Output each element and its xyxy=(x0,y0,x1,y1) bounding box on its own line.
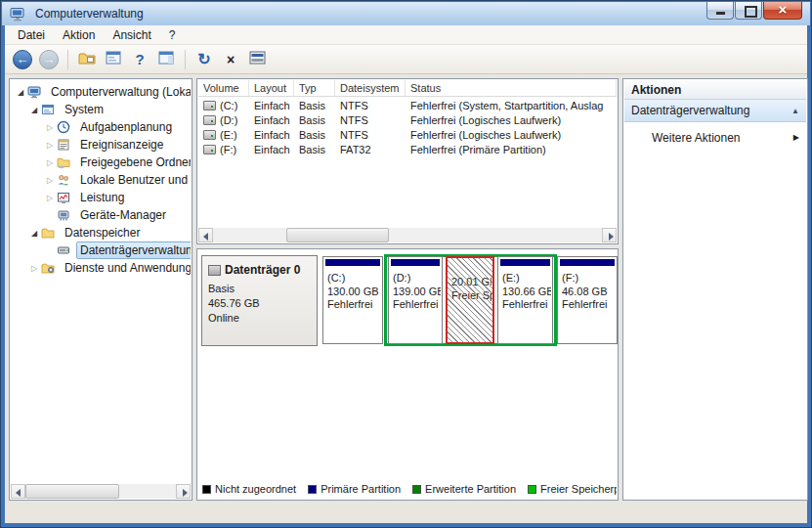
task-scheduler-icon xyxy=(57,120,72,134)
expand-icon[interactable]: ▷ xyxy=(44,176,56,185)
expand-icon[interactable]: ▷ xyxy=(28,264,40,273)
scrollbar-thumb[interactable] xyxy=(25,484,119,499)
disk-view-button[interactable] xyxy=(245,48,269,71)
column-dateisystem[interactable]: Dateisystem xyxy=(335,80,406,96)
menu-ansicht[interactable]: Ansicht xyxy=(104,25,159,45)
volume-list-horizontal-scrollbar[interactable] xyxy=(198,228,617,242)
partition-status: Fehlerfrei xyxy=(327,298,381,312)
scroll-left-button[interactable] xyxy=(11,484,25,499)
volume-layout: Einfach xyxy=(249,129,294,141)
tree-item-leistung[interactable]: ▷ Leistung xyxy=(11,189,191,206)
tree-item-geraete-manager[interactable]: Geräte-Manager xyxy=(11,206,191,224)
expand-icon[interactable]: ◢ xyxy=(28,106,40,114)
maximize-button[interactable] xyxy=(735,2,762,20)
tree-item-freigegebene-ordner[interactable]: ▷ Freigegebene Ordner xyxy=(11,154,191,171)
app-icon xyxy=(10,7,25,22)
free-space-selected[interactable]: 20.01 GB Freier Speicherplatz xyxy=(446,256,494,344)
actions-weitere-aktionen[interactable]: Weitere Aktionen ▶ xyxy=(624,127,806,149)
tree-item-datentraegerverwaltung[interactable]: Datenträgerverwaltung xyxy=(11,242,191,259)
expand-icon[interactable]: ◢ xyxy=(28,229,40,238)
tree-item-dienste-und-anwendungen[interactable]: ▷ Dienste und Anwendungen xyxy=(11,259,191,277)
scroll-right-button[interactable] xyxy=(602,228,617,242)
disk-0-info-box[interactable]: Datenträger 0 Basis 465.76 GB Online xyxy=(201,255,318,346)
device-manager-icon xyxy=(57,208,72,222)
properties-window-icon xyxy=(106,51,121,67)
column-layout[interactable]: Layout xyxy=(249,80,294,96)
partition-size: 139.00 GB xyxy=(393,286,441,299)
tree-item-ereignisanzeige[interactable]: ▷ Ereignisanzeige xyxy=(11,136,191,154)
volume-table-header: Volume Layout Typ Dateisystem Status xyxy=(198,80,617,97)
delete-button[interactable]: × xyxy=(219,48,242,71)
expand-icon[interactable]: ▷ xyxy=(44,123,56,132)
tree-item-system[interactable]: ◢ System xyxy=(11,101,191,118)
close-button[interactable] xyxy=(763,2,802,20)
volume-icon xyxy=(203,145,216,154)
tree-item-label: Dienste und Anwendungen xyxy=(61,259,191,277)
tree-item-label: Freigegebene Ordner xyxy=(76,154,191,171)
volume-typ: Basis xyxy=(294,144,335,155)
legend-label: Freier Speicherplatz xyxy=(540,483,617,495)
menu-datei[interactable]: Datei xyxy=(9,25,54,45)
free-space-status: Freier Speicherplatz xyxy=(451,289,491,303)
menu-aktion[interactable]: Aktion xyxy=(54,25,104,45)
partition-c[interactable]: (C:) 130.00 GB Fehlerfrei xyxy=(322,256,383,344)
volume-icon xyxy=(203,130,216,140)
menubar: Datei Aktion Ansicht ? xyxy=(5,25,807,45)
expand-icon[interactable]: ▷ xyxy=(44,158,56,167)
more-actions-arrow-icon: ▶ xyxy=(793,127,799,149)
disk-management-icon xyxy=(57,243,72,257)
actions-group-datentraegerverwaltung[interactable]: Datenträgerverwaltung ▲ xyxy=(624,100,806,122)
toolbar-separator xyxy=(185,50,186,69)
properties-button[interactable] xyxy=(102,48,125,71)
partition-f[interactable]: (F:) 46.08 GB Fehlerfrei xyxy=(557,256,618,344)
window-title: Computerverwaltung xyxy=(35,7,144,21)
partition-label: (D:) xyxy=(393,272,441,286)
services-icon xyxy=(41,261,57,275)
refresh-button[interactable]: ↻ xyxy=(192,48,216,71)
disk-name: Datenträger 0 xyxy=(225,263,300,277)
primary-partition-strip xyxy=(560,259,615,266)
forward-button[interactable]: → xyxy=(37,48,61,71)
tree-item-computerverwaltung-lokal[interactable]: ◢ Computerverwaltung (Lokal) xyxy=(11,83,191,101)
partition-d[interactable]: (D:) 139.00 GB Fehlerfrei xyxy=(388,256,443,344)
volume-status: Fehlerfrei (Primäre Partition) xyxy=(406,144,617,155)
partition-size: 46.08 GB xyxy=(562,286,616,299)
action-pane-button[interactable] xyxy=(154,48,178,71)
table-row-c[interactable]: (C:) Einfach Basis NTFS Fehlerfrei (Syst… xyxy=(198,98,617,112)
scrollbar-thumb[interactable] xyxy=(286,228,389,242)
volume-fs: NTFS xyxy=(335,114,406,126)
tree-item-aufgabenplanung[interactable]: ▷ Aufgabenplanung xyxy=(11,118,191,136)
tree-item-datenspeicher[interactable]: ◢ Datenspeicher xyxy=(11,224,191,242)
column-typ[interactable]: Typ xyxy=(294,80,335,96)
help-button[interactable]: ? xyxy=(128,48,151,71)
forward-icon: → xyxy=(39,50,59,69)
expand-icon[interactable]: ◢ xyxy=(15,88,26,97)
scroll-left-button[interactable] xyxy=(198,228,213,242)
table-row-f[interactable]: (F:) Einfach Basis FAT32 Fehlerfrei (Pri… xyxy=(198,142,617,156)
table-row-d[interactable]: (D:) Einfach Basis NTFS Fehlerfrei (Logi… xyxy=(198,112,617,127)
column-volume[interactable]: Volume xyxy=(198,80,249,96)
tree-item-lokale-benutzer-und-gruppen[interactable]: ▷ Lokale Benutzer und Gruppen xyxy=(11,171,191,189)
more-actions-label: Weitere Aktionen xyxy=(652,127,741,149)
volume-name: (F:) xyxy=(220,144,236,155)
legend-item-unallocated: Nicht zugeordnet xyxy=(202,483,296,495)
back-button[interactable]: ← xyxy=(11,48,34,71)
minimize-button[interactable] xyxy=(706,2,734,20)
table-row-e[interactable]: (E:) Einfach Basis NTFS Fehlerfrei (Logi… xyxy=(198,127,617,142)
tree-item-label: Geräte-Manager xyxy=(76,206,170,224)
tree-horizontal-scrollbar[interactable] xyxy=(11,484,191,499)
disk-view-icon xyxy=(249,51,266,67)
expand-icon[interactable]: ▷ xyxy=(44,141,56,150)
console-tree-button[interactable] xyxy=(75,48,99,71)
menu-hilfe[interactable]: ? xyxy=(160,25,185,45)
legend: Nicht zugeordnet Primäre Partition Erwei… xyxy=(202,482,617,496)
collapse-chevron-icon[interactable]: ▲ xyxy=(791,100,799,122)
scroll-right-button[interactable] xyxy=(176,484,191,499)
expand-icon[interactable]: ▷ xyxy=(44,194,56,202)
disk-0-row: Datenträger 0 Basis 465.76 GB Online (C:… xyxy=(201,254,616,348)
actions-header: Aktionen xyxy=(624,80,806,100)
column-status[interactable]: Status xyxy=(406,80,617,96)
disk-status: Online xyxy=(208,311,311,326)
titlebar[interactable]: Computerverwaltung xyxy=(2,2,810,25)
partition-e[interactable]: (E:) 130.66 GB Fehlerfrei xyxy=(497,256,553,344)
